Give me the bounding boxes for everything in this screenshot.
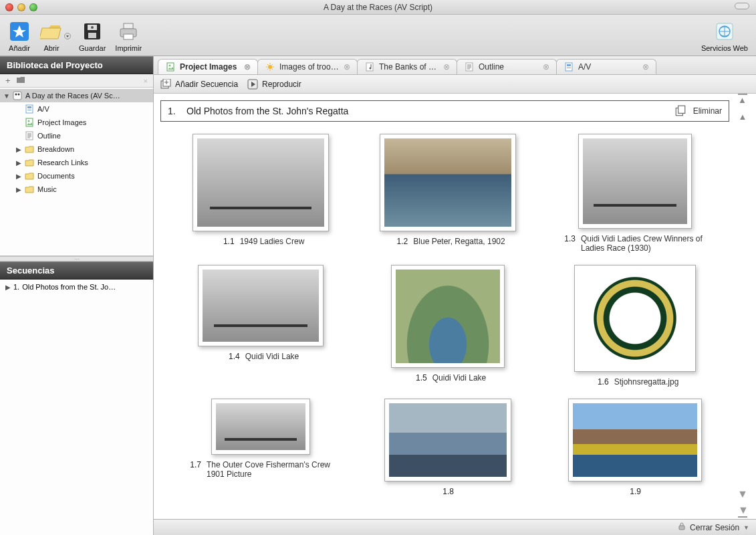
tab-label: The Banks of … [379, 62, 436, 72]
gallery-item[interactable]: 1.4Quidi Vidi Lake [167, 265, 354, 361]
thumbnail-image [579, 270, 691, 367]
web-services-button[interactable]: Servicios Web [699, 20, 751, 52]
save-button-label: Guardar [79, 44, 106, 52]
sequence-item[interactable]: ▶ 1. Old Photos from the St. Jo… [0, 280, 153, 294]
open-dropdown-icon[interactable] [63, 31, 72, 41]
disclosure-triangle-icon[interactable]: ▶ [15, 186, 23, 193]
thumbnail-frame [380, 134, 516, 231]
thumbnail-caption-text: Quidi Vidi Ladies Crew Winners of Ladies… [581, 234, 712, 253]
delete-sequence-button[interactable]: Eliminar [693, 106, 722, 116]
thumbnail-index: 1.5 [410, 373, 427, 383]
project-root-label: A Day at the Races (AV Sc… [25, 92, 120, 100]
gallery-item[interactable]: 1.3Quidi Vidi Ladies Crew Winners of Lad… [541, 134, 729, 253]
tab-label: Images of troo… [279, 62, 339, 72]
logout-button[interactable]: Cerrar Sesión [690, 523, 739, 532]
open-button-label: Abrir [43, 44, 59, 52]
images-doc-icon [24, 117, 35, 128]
thumbnail-caption: 1.3Quidi Vidi Ladies Crew Winners of Lad… [558, 234, 712, 253]
add-sequence-button[interactable]: Añadir Secuencia [160, 79, 238, 90]
window-titlebar: A Day at the Races (AV Script) [0, 0, 756, 15]
globe-icon [713, 20, 736, 43]
tab-label: Project Images [180, 62, 237, 72]
add-item-icon[interactable]: + [5, 76, 11, 86]
add-sequence-label: Añadir Secuencia [175, 80, 238, 89]
gallery-item[interactable]: 1.5Quidi Vidi Lake [354, 265, 541, 383]
disclosure-triangle-icon[interactable]: ▶ [15, 146, 23, 153]
close-tab-icon[interactable]: ⊗ [642, 62, 649, 72]
tree-item-music[interactable]: ▶Music [0, 183, 153, 196]
close-tab-icon[interactable]: ⊗ [443, 62, 450, 72]
jump-top-icon[interactable]: ▲ [738, 94, 747, 105]
disclosure-triangle-icon[interactable]: ▶ [15, 173, 23, 180]
play-label: Reproducir [262, 80, 301, 89]
close-tab-icon[interactable]: ⊗ [244, 62, 251, 72]
svg-rect-6 [88, 33, 96, 38]
sequence-title: Old Photos from the St. John's Regatta [186, 106, 668, 116]
thumbnail-frame [384, 399, 511, 481]
svg-point-23 [169, 65, 171, 67]
toolbar-toggle-pill[interactable] [735, 3, 749, 9]
thumbnail-index: 1.1 [217, 237, 235, 246]
sequence-header[interactable]: 1. Old Photos from the St. John's Regatt… [160, 100, 729, 122]
close-tab-icon[interactable]: ⊗ [543, 62, 549, 72]
duplicate-icon[interactable] [674, 105, 686, 117]
tree-item-label: Research Links [37, 158, 88, 167]
tree-item-research-links[interactable]: ▶Research Links [0, 156, 153, 169]
disclosure-triangle-icon[interactable]: ▶ [4, 284, 12, 291]
add-folder-icon[interactable] [16, 76, 25, 86]
tree-item-outline[interactable]: Outline [0, 129, 153, 142]
print-button-label: Imprimir [115, 44, 142, 52]
sequence-toolbar: Añadir Secuencia Reproducir [154, 75, 756, 94]
save-button[interactable]: Guardar [76, 20, 108, 52]
gallery-item[interactable]: 1.7The Outer Cove Fisherman's Crew 1901 … [167, 399, 354, 479]
thumbnail-caption: 1.6Stjohnsregatta.jpg [592, 377, 679, 387]
gallery-item[interactable]: 1.6Stjohnsregatta.jpg [541, 265, 729, 387]
lock-icon [678, 522, 686, 532]
nav-up-icon[interactable]: ▲ [739, 112, 747, 122]
open-button[interactable]: Abrir [37, 20, 66, 52]
tree-item-breakdown[interactable]: ▶Breakdown [0, 142, 153, 156]
thumbnail-frame [211, 399, 310, 455]
close-tab-icon[interactable]: ⊗ [344, 62, 350, 72]
gallery-item[interactable]: 1.9 [541, 399, 729, 496]
svg-marker-34 [251, 82, 255, 87]
add-button[interactable]: Añadir [5, 20, 33, 52]
tab-project-images[interactable]: Project Images⊗ [158, 59, 258, 74]
tab-outline[interactable]: Outline⊗ [457, 59, 557, 74]
gallery-item[interactable]: 1.8 [354, 399, 541, 496]
splitter-grip[interactable]: ⋯ [0, 256, 153, 261]
panel-collapse-icon[interactable]: × [144, 77, 148, 85]
sidebar: Biblioteca del Proyecto + × ▼ A Day at t… [0, 56, 154, 535]
gallery-item[interactable]: 1.11949 Ladies Crew [167, 134, 354, 246]
text-doc [464, 62, 475, 72]
logout-dropdown-icon[interactable]: ▼ [743, 524, 749, 531]
print-button[interactable]: Imprimir [112, 20, 144, 52]
svg-point-24 [268, 65, 272, 69]
play-icon [247, 79, 258, 90]
tree-item-project-images[interactable]: Project Images [0, 116, 153, 129]
thumbnail-frame [391, 265, 505, 368]
tree-item-documents[interactable]: ▶Documents [0, 169, 153, 183]
thumbnail-frame [574, 265, 696, 372]
sequence-num: 1. [13, 283, 19, 291]
thumbnail-index: 1.6 [592, 377, 609, 387]
thumbnail-caption-text: Blue Peter, Regatta, 1902 [413, 237, 505, 246]
thumbnail-frame [568, 399, 702, 481]
tab-a-v[interactable]: A/V⊗ [556, 59, 656, 74]
project-root[interactable]: ▼ A Day at the Races (AV Sc… [0, 89, 153, 102]
folder-icon [24, 157, 35, 168]
disclosure-triangle-icon[interactable]: ▼ [3, 92, 11, 100]
tree-item-a-v[interactable]: A/V [0, 102, 153, 116]
disclosure-triangle-icon[interactable]: ▶ [15, 159, 23, 167]
images-doc [165, 62, 176, 72]
nav-down-icon[interactable]: ▼ [737, 488, 748, 500]
play-button[interactable]: Reproducir [247, 79, 301, 90]
tree-item-label: Music [37, 185, 57, 193]
av-doc [563, 62, 574, 72]
jump-bottom-icon[interactable]: ▼ [738, 504, 747, 518]
gallery-item[interactable]: 1.2Blue Peter, Regatta, 1902 [354, 134, 541, 246]
thumbnail-caption-text: Stjohnsregatta.jpg [614, 377, 679, 387]
svg-point-7 [91, 26, 94, 29]
tab-the-banks-of[interactable]: The Banks of …⊗ [357, 59, 457, 74]
tab-images-of-troo[interactable]: Images of troo…⊗ [257, 59, 358, 74]
